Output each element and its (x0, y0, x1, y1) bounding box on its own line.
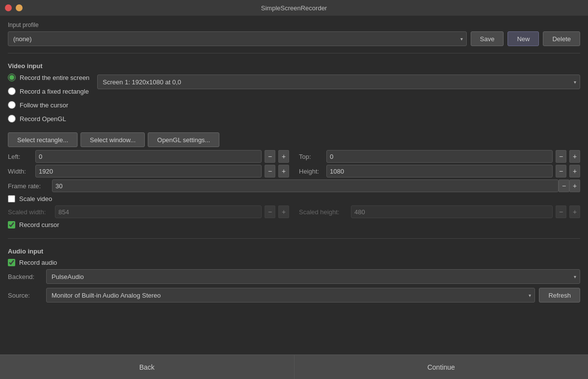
frame-rate-label: Frame rate: (8, 182, 52, 190)
backend-label: Backend: (8, 273, 42, 280)
input-profile-section: Input profile (none) ▾ Save New Delete (8, 22, 580, 46)
video-input-section: Video input Record the entire screen Rec… (8, 60, 580, 231)
profile-select-wrapper: (none) ▾ (8, 31, 467, 46)
scale-video-row: Scale video (8, 195, 580, 202)
backend-select[interactable]: PulseAudio (46, 269, 580, 284)
spacer (8, 307, 580, 349)
left-plus-button[interactable]: + (278, 150, 289, 163)
divider-2 (8, 238, 580, 239)
window-controls (5, 4, 23, 11)
height-input[interactable] (326, 165, 553, 177)
scaled-dimensions-row: Scaled width: − + Scaled height: − + (8, 205, 580, 218)
divider-1 (8, 53, 580, 53)
scaled-height-label: Scaled height: (299, 208, 348, 216)
scaled-height-pair: Scaled height: − + (299, 205, 580, 218)
height-label: Height: (299, 168, 323, 175)
radio-entire-screen-input[interactable] (8, 74, 16, 81)
select-rectangle-button[interactable]: Select rectangle... (8, 132, 78, 147)
record-audio-label: Record audio (19, 259, 57, 266)
top-pair: Top: − + (299, 150, 580, 163)
scaled-height-plus-button[interactable]: + (569, 205, 580, 218)
record-audio-row: Record audio (8, 259, 580, 266)
bottom-bar: Back Continue (0, 354, 588, 379)
top-minus-button[interactable]: − (556, 150, 566, 163)
record-cursor-label: Record cursor (19, 221, 59, 228)
scaled-width-minus-button[interactable]: − (265, 205, 275, 218)
select-window-button[interactable]: Select window... (80, 132, 145, 147)
width-label: Width: (8, 168, 32, 175)
scale-video-label: Scale video (19, 195, 52, 202)
height-minus-button[interactable]: − (556, 165, 566, 177)
framerate-row: Frame rate: − + (8, 179, 580, 192)
scaled-height-minus-button[interactable]: − (556, 205, 566, 218)
radio-fixed-rectangle[interactable]: Record a fixed rectangle (8, 87, 89, 95)
input-profile-select[interactable]: (none) (8, 31, 467, 46)
framerate-minus-button[interactable]: − (559, 179, 569, 192)
left-label: Left: (8, 153, 32, 160)
scaled-width-label: Scaled width: (8, 208, 52, 216)
new-button[interactable]: New (508, 31, 539, 46)
screen-select[interactable]: Screen 1: 1920x1080 at 0,0 (97, 75, 580, 89)
source-dropdown-wrapper: Monitor of Built-in Audio Analog Stereo … (46, 288, 535, 303)
close-button[interactable] (5, 4, 12, 11)
input-profile-label: Input profile (8, 22, 580, 28)
width-input[interactable] (35, 165, 262, 177)
delete-button[interactable]: Delete (543, 31, 580, 46)
radio-opengl[interactable]: Record OpenGL (8, 115, 89, 123)
continue-button[interactable]: Continue (294, 355, 588, 379)
scale-video-checkbox[interactable] (8, 195, 15, 202)
height-plus-button[interactable]: + (569, 165, 580, 177)
left-pair: Left: − + (8, 150, 289, 163)
coord-row-width-height: Width: − + Height: − + (8, 165, 580, 177)
scaled-width-pair: Scaled width: − + (8, 205, 289, 218)
frame-rate-input[interactable] (52, 179, 559, 192)
top-label: Top: (299, 153, 323, 160)
refresh-button[interactable]: Refresh (539, 288, 580, 303)
left-minus-button[interactable]: − (265, 150, 275, 163)
audio-input-section: Audio input Record audio Backend: PulseA… (8, 246, 580, 303)
framerate-plus-button[interactable]: + (569, 179, 580, 192)
backend-row: Backend: PulseAudio ▾ (8, 269, 580, 284)
width-plus-button[interactable]: + (278, 165, 289, 177)
record-audio-checkbox[interactable] (8, 259, 15, 266)
back-button[interactable]: Back (0, 355, 294, 379)
app-title: SimpleScreenRecorder (261, 4, 327, 12)
source-row: Source: Monitor of Built-in Audio Analog… (8, 288, 580, 303)
scaled-width-plus-button[interactable]: + (278, 205, 289, 218)
save-button[interactable]: Save (471, 31, 504, 46)
scaled-width-input[interactable] (55, 205, 262, 218)
audio-input-header: Audio input (8, 248, 580, 255)
record-cursor-checkbox[interactable] (8, 221, 15, 228)
left-input[interactable] (35, 150, 262, 163)
radio-follow-cursor-input[interactable] (8, 101, 16, 109)
video-input-header: Video input (8, 62, 580, 70)
radio-opengl-input[interactable] (8, 115, 16, 123)
main-content: Input profile (none) ▾ Save New Delete V… (0, 16, 588, 354)
minimize-button[interactable] (16, 4, 23, 11)
height-pair: Height: − + (299, 165, 580, 177)
width-pair: Width: − + (8, 165, 289, 177)
titlebar: SimpleScreenRecorder (0, 0, 588, 16)
opengl-settings-button[interactable]: OpenGL settings... (148, 132, 219, 147)
source-select[interactable]: Monitor of Built-in Audio Analog Stereo (46, 288, 535, 303)
action-buttons-row: Select rectangle... Select window... Ope… (8, 132, 580, 147)
radio-fixed-rectangle-input[interactable] (8, 87, 16, 95)
profile-row: (none) ▾ Save New Delete (8, 31, 580, 46)
coord-row-left-top: Left: − + Top: − + (8, 150, 580, 163)
radio-entire-screen[interactable]: Record the entire screen (8, 74, 89, 81)
record-cursor-row: Record cursor (8, 221, 580, 228)
width-minus-button[interactable]: − (265, 165, 275, 177)
radio-follow-cursor[interactable]: Follow the cursor (8, 101, 89, 109)
video-mode-radios: Record the entire screen Record a fixed … (8, 74, 89, 126)
top-input[interactable] (326, 150, 553, 163)
scaled-height-input[interactable] (351, 205, 553, 218)
top-plus-button[interactable]: + (569, 150, 580, 163)
source-label: Source: (8, 292, 42, 299)
